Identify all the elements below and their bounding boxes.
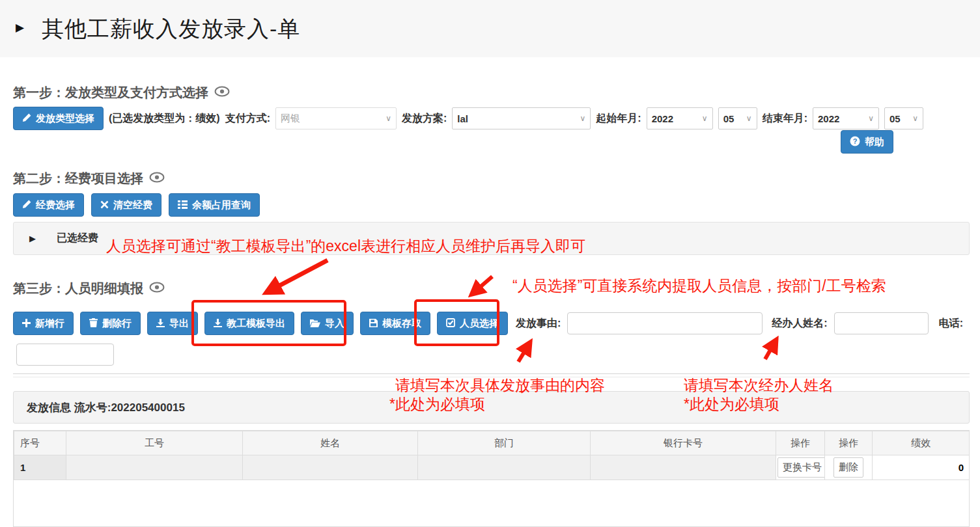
cell-bank-card[interactable] <box>591 455 776 480</box>
payout-info-panel-header: 发放信息 流水号:202205400015 <box>13 391 970 424</box>
payment-method-select: 网银 ∨ <box>275 107 397 129</box>
check-square-icon <box>446 318 455 329</box>
balance-query-button[interactable]: 余额占用查询 <box>169 193 260 217</box>
annotation-person-select-note: “人员选择”可直接系统内提取人员信息，按部门/工号检索 <box>512 276 886 296</box>
step2-title-text: 第二步：经费项目选择 <box>13 170 143 187</box>
svg-text:?: ? <box>853 137 858 144</box>
eye-icon[interactable] <box>149 281 165 296</box>
folder-open-icon <box>310 318 320 329</box>
pencil-icon <box>22 200 31 211</box>
annotation-template-note: 人员选择可通过“教工模板导出”的excel表进行相应人员维护后再导入即可 <box>106 236 585 256</box>
add-row-button[interactable]: 新增行 <box>13 312 74 335</box>
funds-select-button[interactable]: 经费选择 <box>13 193 84 217</box>
cell-jixiao[interactable]: 0 <box>873 455 970 480</box>
step1-controls: 发放类型选择 (已选发放类型为：绩效) 支付方式: 网银 ∨ 发放方案: lal… <box>13 107 923 130</box>
step3-toolbar: 新增行 删除行 导出 教工模板导出 导入 模板存取 人员选择 发放事由: 经办人… <box>13 312 963 335</box>
staff-template-export-button[interactable]: 教工模板导出 <box>204 312 294 335</box>
clear-funds-button[interactable]: 清空经费 <box>91 193 161 217</box>
annotation-operator-required: *此处为必填项 <box>684 394 779 414</box>
chevron-down-icon: ∨ <box>746 114 752 123</box>
start-year-select[interactable]: 2022 ∨ <box>647 107 713 129</box>
pencil-icon <box>22 113 31 124</box>
list-icon <box>178 200 188 211</box>
annotation-reason-note: 请填写本次具体发放事由的内容 <box>395 375 605 396</box>
help-button[interactable]: ? 帮助 <box>841 130 893 154</box>
chevron-down-icon: ∨ <box>580 114 586 123</box>
person-select-button[interactable]: 人员选择 <box>437 312 508 335</box>
chevron-down-icon: ∨ <box>868 114 874 123</box>
eye-icon[interactable] <box>149 171 165 186</box>
phone-input[interactable] <box>16 344 114 366</box>
end-year-select[interactable]: 2022 ∨ <box>813 107 879 129</box>
col-employee-id: 工号 <box>66 431 243 455</box>
plus-icon <box>22 318 31 329</box>
caret-right-icon: ▶ <box>16 21 24 34</box>
end-month-select[interactable]: 05 ∨ <box>884 107 923 129</box>
col-action-1: 操作 <box>776 431 825 455</box>
question-circle-icon: ? <box>850 136 860 148</box>
eye-icon[interactable] <box>214 85 230 100</box>
end-month-label: 结束年月: <box>763 112 807 126</box>
table-row: 1 更换卡号 删除 0 <box>14 455 970 480</box>
chevron-down-icon: ∨ <box>385 114 391 123</box>
col-bank-card: 银行卡号 <box>591 431 776 455</box>
step2-controls: 经费选择 清空经费 余额占用查询 <box>13 193 260 217</box>
col-action-2: 操作 <box>825 431 873 455</box>
delete-row-button[interactable]: 删除行 <box>80 312 141 335</box>
step1-title: 第一步：发放类型及支付方式选择 <box>13 84 230 101</box>
cell-department[interactable] <box>418 455 591 480</box>
export-button[interactable]: 导出 <box>147 312 198 335</box>
reason-input[interactable] <box>567 312 763 334</box>
start-month-select[interactable]: 05 ∨ <box>718 107 757 129</box>
phone-label: 电话: <box>939 317 963 331</box>
download-icon <box>156 318 165 329</box>
annotation-reason-required: *此处为必填项 <box>389 394 485 414</box>
cell-employee-id[interactable] <box>66 455 243 480</box>
cell-name[interactable] <box>243 455 418 480</box>
selected-type-note: (已选发放类型为：绩效) <box>109 112 220 126</box>
payout-grid: 序号 工号 姓名 部门 银行卡号 操作 操作 绩效 1 更换卡号 删除 0 <box>13 430 970 527</box>
chevron-down-icon: ∨ <box>702 114 708 123</box>
arrow-to-person-select <box>473 277 492 293</box>
arrow-to-template-export <box>268 260 328 291</box>
plan-select[interactable]: lal ∨ <box>452 107 591 129</box>
delete-row-button-inline[interactable]: 删除 <box>833 457 863 478</box>
arrow-to-reason-input <box>518 344 529 362</box>
plan-label: 发放方案: <box>402 112 447 126</box>
grid-header-row: 序号 工号 姓名 部门 银行卡号 操作 操作 绩效 <box>14 431 970 455</box>
step2-title: 第二步：经费项目选择 <box>13 170 165 187</box>
operator-name-input[interactable] <box>834 312 929 334</box>
annotation-operator-note: 请填写本次经办人姓名 <box>684 375 833 396</box>
col-seq: 序号 <box>14 431 66 455</box>
col-jixiao: 绩效 <box>873 431 970 455</box>
payout-info-title: 发放信息 流水号:202205400015 <box>27 400 185 415</box>
start-month-label: 起始年月: <box>596 112 641 126</box>
col-department: 部门 <box>418 431 591 455</box>
import-button[interactable]: 导入 <box>301 312 354 335</box>
reason-label: 发放事由: <box>516 317 561 331</box>
download-icon <box>214 318 222 329</box>
save-icon <box>369 318 378 329</box>
operator-name-label: 经办人姓名: <box>772 317 827 331</box>
change-card-button[interactable]: 更换卡号 <box>777 457 825 478</box>
caret-right-icon: ▶ <box>29 234 36 243</box>
cell-seq: 1 <box>14 455 66 480</box>
template-store-button[interactable]: 模板存取 <box>360 312 430 335</box>
x-icon <box>100 200 109 211</box>
col-name: 姓名 <box>243 431 418 455</box>
trash-icon <box>89 318 98 329</box>
selected-funds-label: 已选经费 <box>57 232 98 245</box>
arrow-to-operator-input <box>765 341 776 359</box>
payout-type-select-button[interactable]: 发放类型选择 <box>13 107 104 130</box>
payment-method-label: 支付方式: <box>225 112 270 126</box>
step3-title: 第三步：人员明细填报 <box>13 280 165 297</box>
step1-title-text: 第一步：发放类型及支付方式选择 <box>13 84 208 101</box>
page-title: 其他工薪收入发放录入-单 <box>42 14 300 44</box>
step3-title-text: 第三步：人员明细填报 <box>13 280 143 297</box>
chevron-down-icon: ∨ <box>912 114 918 123</box>
